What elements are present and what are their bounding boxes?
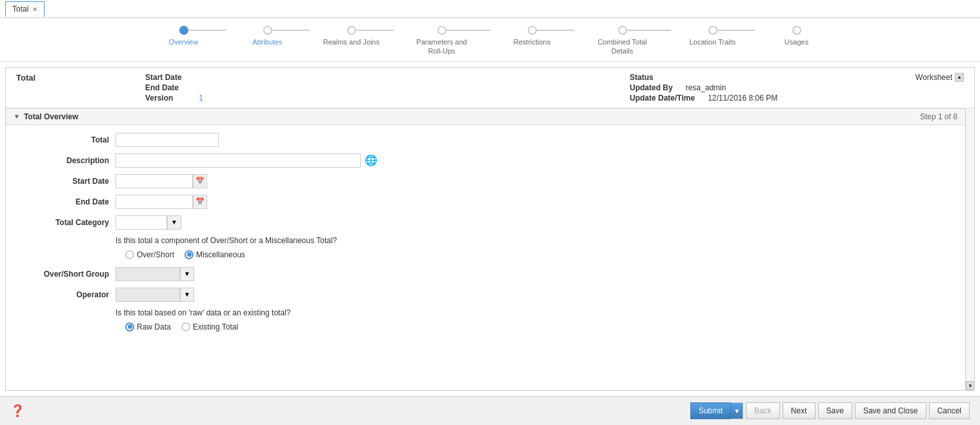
- version-label: Version: [145, 94, 173, 103]
- submit-btn-group: Submit ▼: [690, 402, 743, 419]
- info-bar-title: Total: [16, 73, 145, 83]
- cancel-button[interactable]: Cancel: [929, 402, 970, 419]
- radio-overshort-btn[interactable]: [125, 250, 134, 259]
- next-button[interactable]: Next: [783, 402, 815, 419]
- step-label-restrictions: Restrictions: [514, 37, 550, 46]
- total-category-label: Total Category: [25, 218, 109, 227]
- step-label-location: Location Traits: [690, 37, 736, 46]
- radio-miscellaneous-btn[interactable]: [185, 250, 194, 259]
- step-dot-usages: [792, 26, 801, 35]
- radio-overshort-option[interactable]: Over/Short: [125, 250, 174, 259]
- scrollable-content: ▼ Total Overview Step 1 of 8 Total Descr…: [6, 108, 965, 390]
- info-start-row: Start Date: [145, 73, 630, 82]
- description-input[interactable]: [115, 153, 361, 168]
- section-title: Total Overview: [24, 112, 78, 121]
- overshort-group-select-area: ▼: [115, 267, 194, 281]
- page-wrapper: Total ✕ Overview Attributes Realms and J…: [0, 0, 980, 425]
- submit-dropdown-btn[interactable]: ▼: [731, 402, 743, 419]
- section-title-area: ▼ Total Overview: [14, 112, 78, 121]
- end-date-label: End Date: [145, 83, 179, 92]
- start-date-label: Start Date: [145, 73, 182, 82]
- step-overview[interactable]: Overview: [142, 26, 226, 46]
- scroll-down-arrow[interactable]: ▼: [966, 381, 974, 390]
- section-step: Step 1 of 8: [920, 112, 957, 121]
- tab-bar: Total ✕: [0, 0, 980, 18]
- updated-by-value: resa_admin: [686, 83, 726, 92]
- total-category-row: Total Category ▼: [25, 215, 946, 230]
- start-date-input[interactable]: [115, 174, 193, 188]
- tab-close-icon[interactable]: ✕: [32, 6, 37, 13]
- operator-label: Operator: [25, 290, 109, 299]
- version-value: 1: [199, 94, 203, 103]
- start-date-form-label: Start Date: [25, 177, 109, 186]
- help-icon[interactable]: ❓: [10, 404, 25, 418]
- total-category-dropdown-btn[interactable]: ▼: [167, 215, 181, 230]
- content-scroll-area: ▼ Total Overview Step 1 of 8 Total Descr…: [6, 108, 974, 390]
- section-header: ▼ Total Overview Step 1 of 8: [6, 108, 965, 125]
- step-dot-realms: [347, 26, 356, 35]
- description-label: Description: [25, 156, 109, 165]
- step-dot-overview: [179, 26, 188, 35]
- main-content: Total Start Date End Date Version 1 Stat…: [5, 67, 975, 391]
- step-dot-location: [708, 26, 717, 35]
- save-button[interactable]: Save: [818, 402, 852, 419]
- description-row: Description 🌐: [25, 153, 946, 168]
- step-restrictions[interactable]: Restrictions: [490, 26, 574, 46]
- operator-input[interactable]: [115, 288, 180, 302]
- globe-icon[interactable]: 🌐: [365, 154, 377, 166]
- radio-rawdata-option[interactable]: Raw Data: [125, 322, 171, 331]
- back-button[interactable]: Back: [746, 402, 780, 419]
- start-date-row: Start Date 📅: [25, 174, 946, 188]
- total-input[interactable]: [115, 133, 219, 147]
- radio-miscellaneous-option[interactable]: Miscellaneous: [185, 250, 245, 259]
- collapse-icon[interactable]: ▼: [14, 113, 20, 120]
- status-label: Status: [630, 73, 654, 82]
- step-combined[interactable]: Combined TotalDetails: [574, 26, 671, 56]
- step-parameters[interactable]: Parameters andRoll-Ups: [394, 26, 490, 56]
- info-bar-center: Start Date End Date Version 1: [145, 73, 630, 103]
- radio-existingtotal-option[interactable]: Existing Total: [181, 322, 238, 331]
- step-realms[interactable]: Realms and Joins: [310, 26, 394, 46]
- end-date-input[interactable]: [115, 195, 193, 209]
- step-label-attributes: Attributes: [252, 37, 282, 46]
- update-datetime-row: Update Date/Time 12/11/2016 8:06 PM: [630, 94, 888, 103]
- tab-total-label: Total: [12, 5, 28, 14]
- worksheet-area: Worksheet: [888, 73, 952, 82]
- overshort-group-label: Over/Short Group: [25, 270, 109, 279]
- operator-dropdown-btn[interactable]: ▼: [180, 288, 194, 302]
- step-label-parameters: Parameters andRoll-Ups: [403, 37, 481, 56]
- end-date-calendar-btn[interactable]: 📅: [193, 195, 207, 209]
- steps-wrapper: Overview Attributes Realms and Joins Par…: [142, 26, 839, 56]
- total-category-input[interactable]: [115, 215, 167, 230]
- step-dot-attributes: [263, 26, 272, 35]
- overshort-group-dropdown-btn[interactable]: ▼: [180, 267, 194, 281]
- total-row: Total: [25, 133, 946, 147]
- step-label-usages: Usages: [785, 37, 808, 46]
- status-row: Status: [630, 73, 888, 82]
- worksheet-link[interactable]: Worksheet: [888, 73, 952, 82]
- submit-button[interactable]: Submit: [690, 402, 731, 419]
- step-dot-restrictions: [528, 26, 537, 35]
- operator-select-area: ▼: [115, 288, 194, 302]
- step-location[interactable]: Location Traits: [671, 26, 755, 46]
- tab-total[interactable]: Total ✕: [5, 1, 45, 17]
- scroll-up-arrow[interactable]: ▲: [955, 73, 964, 82]
- scrollbar: ▼: [965, 108, 974, 390]
- start-date-calendar-btn[interactable]: 📅: [193, 174, 207, 188]
- step-dot-combined: [618, 26, 627, 35]
- info-bar-status: Status Updated By resa_admin Update Date…: [630, 73, 888, 103]
- info-version-row: Version 1: [145, 94, 630, 103]
- wizard-steps: Overview Attributes Realms and Joins Par…: [0, 18, 980, 62]
- updated-by-label: Updated By: [630, 83, 673, 92]
- radio-existingtotal-btn[interactable]: [181, 322, 190, 331]
- update-datetime-label: Update Date/Time: [630, 94, 695, 103]
- save-close-button[interactable]: Save and Close: [855, 402, 926, 419]
- radio-rawdata-btn[interactable]: [125, 322, 134, 331]
- radio-row-2: Raw Data Existing Total: [125, 322, 946, 331]
- total-label: Total: [25, 135, 109, 144]
- overshort-group-input[interactable]: [115, 267, 180, 281]
- info-end-row: End Date: [145, 83, 630, 92]
- step-usages[interactable]: Usages: [755, 26, 839, 46]
- total-category-group: ▼: [115, 215, 181, 230]
- step-attributes[interactable]: Attributes: [226, 26, 310, 46]
